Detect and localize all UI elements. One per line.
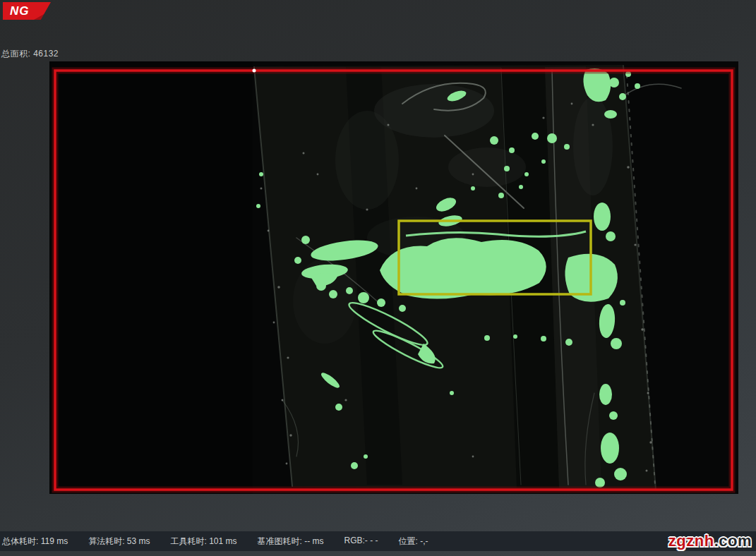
status-algorithm-time: 算法耗时: 53 ms <box>88 536 150 548</box>
result-status-badge: NG <box>3 2 51 20</box>
total-area-readout: 总面积: 46132 <box>1 48 59 60</box>
inspection-image-canvas[interactable] <box>49 61 738 494</box>
bright-dot <box>253 69 256 73</box>
status-rgb-readout: RGB:- - - <box>344 536 378 548</box>
watermark-brand: zgznh <box>668 532 714 550</box>
status-tool-time: 工具耗时: 101 ms <box>171 536 237 548</box>
watermark: zgznh.com <box>668 530 752 552</box>
watermark-tld: .com <box>714 532 752 550</box>
status-position-readout: 位置: -,- <box>399 536 428 548</box>
status-total-time: 总体耗时: 119 ms <box>2 536 68 548</box>
status-bar: 总体耗时: 119 ms 算法耗时: 53 ms 工具耗时: 101 ms 基准… <box>0 531 756 551</box>
status-baseline-time: 基准图耗时: -- ms <box>258 536 324 548</box>
inspection-image <box>49 61 738 494</box>
status-items: 总体耗时: 119 ms 算法耗时: 53 ms 工具耗时: 101 ms 基准… <box>0 536 428 548</box>
